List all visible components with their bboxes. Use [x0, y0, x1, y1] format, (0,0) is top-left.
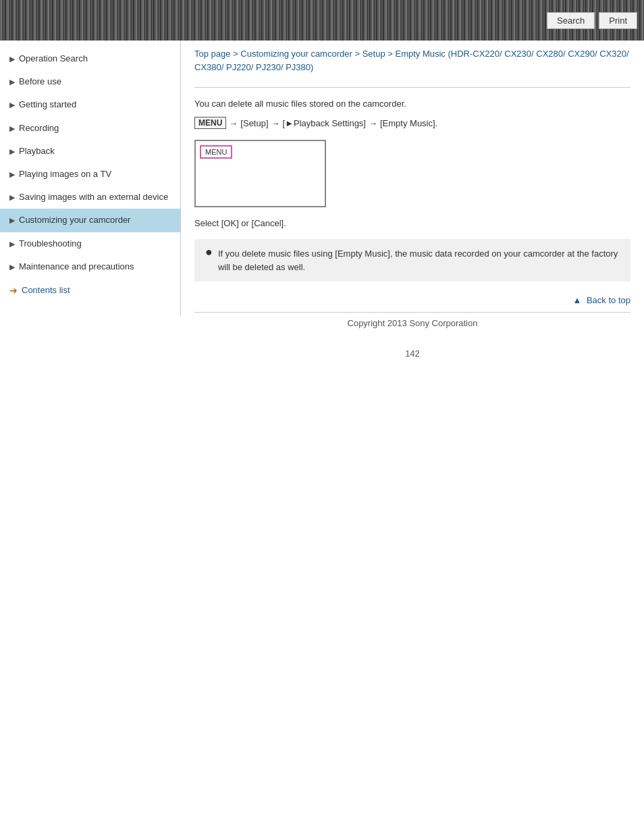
menu-step1: [Setup]: [240, 118, 268, 128]
print-button[interactable]: Print: [599, 12, 637, 29]
menu-inner-button: MENU: [200, 145, 232, 159]
chevron-right-icon: ▶: [9, 54, 15, 64]
chevron-right-icon: ▶: [9, 124, 15, 134]
sidebar-item-saving-images[interactable]: ▶ Saving images with an external device: [0, 186, 180, 209]
sidebar-item-label: Playback: [19, 145, 55, 157]
sidebar: ▶ Operation Search ▶ Before use ▶ Gettin…: [0, 41, 181, 316]
menu-label: MENU: [194, 117, 226, 129]
sidebar-item-maintenance[interactable]: ▶ Maintenance and precautions: [0, 255, 180, 278]
content-area: Top page > Customizing your camcorder > …: [181, 41, 644, 379]
breadcrumb-customizing[interactable]: Customizing your camcorder: [240, 49, 352, 59]
menu-screenshot: MENU: [194, 140, 326, 207]
footer-divider: [194, 312, 630, 313]
chevron-right-icon: ▶: [9, 192, 15, 203]
sidebar-item-label: Recording: [19, 122, 59, 134]
footer-copyright: Copyright 2013 Sony Corporation: [194, 318, 630, 335]
main-layout: ▶ Operation Search ▶ Before use ▶ Gettin…: [0, 41, 644, 379]
note-text: If you delete music files using [Empty M…: [218, 247, 620, 273]
chevron-right-icon: ▶: [9, 170, 15, 180]
sidebar-item-label: Saving images with an external device: [19, 191, 168, 203]
menu-step2: [►Playback Settings]: [283, 118, 366, 128]
breadcrumb: Top page > Customizing your camcorder > …: [194, 47, 630, 74]
sidebar-item-getting-started[interactable]: ▶ Getting started: [0, 93, 180, 116]
contents-list-label: Contents list: [22, 285, 70, 295]
top-divider: [194, 87, 630, 88]
menu-step3: [Empty Music].: [380, 118, 437, 128]
arrow-icon: →: [271, 118, 280, 128]
arrow-icon: →: [229, 118, 238, 128]
triangle-icon: ▲: [572, 295, 581, 305]
page-number: 142: [194, 335, 630, 365]
arrow-right-icon: ➔: [9, 285, 18, 296]
bullet-icon: ●: [205, 246, 213, 258]
back-to-top-label: Back to top: [587, 295, 630, 305]
breadcrumb-sep1: >: [233, 49, 238, 59]
sidebar-item-label: Maintenance and precautions: [19, 261, 134, 273]
sidebar-item-label: Customizing your camcorder: [19, 214, 130, 226]
chevron-right-icon: ▶: [9, 100, 15, 110]
select-text: Select [OK] or [Cancel].: [194, 218, 630, 228]
search-button[interactable]: Search: [547, 12, 595, 29]
menu-flow: MENU → [Setup] → [►Playback Settings] → …: [194, 117, 630, 129]
sidebar-item-before-use[interactable]: ▶ Before use: [0, 70, 180, 93]
breadcrumb-setup[interactable]: Setup: [363, 49, 385, 59]
contents-list-link[interactable]: ➔ Contents list: [0, 278, 180, 303]
chevron-right-icon: ▶: [9, 215, 15, 226]
chevron-right-icon: ▶: [9, 77, 15, 87]
chevron-right-icon: ▶: [9, 262, 15, 272]
back-to-top-link[interactable]: ▲ Back to top: [572, 295, 630, 305]
sidebar-item-label: Getting started: [19, 99, 76, 111]
note-bullet: ● If you delete music files using [Empty…: [205, 247, 620, 273]
sidebar-item-playback[interactable]: ▶ Playback: [0, 140, 180, 163]
breadcrumb-sep3: >: [387, 49, 393, 59]
breadcrumb-sep2: >: [354, 49, 360, 59]
header-bar: Search Print: [0, 0, 644, 41]
sidebar-item-label: Troubleshooting: [19, 238, 82, 250]
chevron-right-icon: ▶: [9, 239, 15, 249]
sidebar-item-recording[interactable]: ▶ Recording: [0, 117, 180, 140]
body-text: You can delete all music files stored on…: [194, 99, 630, 109]
sidebar-item-label: Operation Search: [19, 53, 88, 65]
back-to-top: ▲ Back to top: [194, 295, 630, 305]
note-box: ● If you delete music files using [Empty…: [194, 239, 630, 282]
sidebar-item-playing-images[interactable]: ▶ Playing images on a TV: [0, 163, 180, 186]
breadcrumb-top[interactable]: Top page: [194, 49, 231, 59]
chevron-right-icon: ▶: [9, 147, 15, 157]
sidebar-item-label: Before use: [19, 76, 61, 88]
sidebar-item-customizing[interactable]: ▶ Customizing your camcorder: [0, 209, 180, 232]
sidebar-item-troubleshooting[interactable]: ▶ Troubleshooting: [0, 232, 180, 255]
sidebar-item-operation-search[interactable]: ▶ Operation Search: [0, 47, 180, 70]
arrow-icon: →: [369, 118, 377, 128]
sidebar-item-label: Playing images on a TV: [19, 168, 111, 180]
